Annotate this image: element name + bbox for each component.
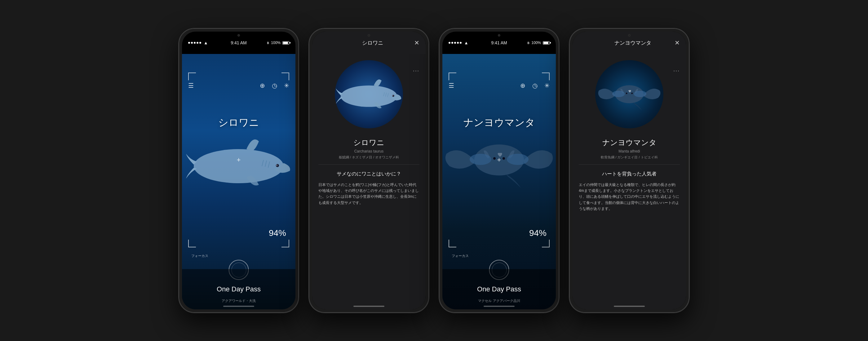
phone-4: ▲ 9:41 AM ʙ 100% ナンヨウマンタ ✕ [569, 28, 690, 313]
camera-screen-1: ☰ ⊕ ◷ ✳ シロワニ + [182, 54, 296, 309]
bluetooth-icon-1: ʙ [267, 41, 269, 45]
species-overlay-3: ナンヨウマンタ [442, 116, 556, 130]
svg-point-20 [626, 93, 627, 94]
battery-pct-3: 100% [531, 41, 541, 45]
crosshair-icon-3[interactable]: ⊕ [520, 82, 525, 89]
species-latin-4: Manta alfredi [572, 149, 686, 155]
status-time-1: 9:41 AM [222, 40, 256, 45]
menu-icon-1[interactable]: ☰ [188, 82, 194, 89]
filter-icon-1[interactable]: ✳ [284, 82, 289, 89]
detail-content-2: ... シロワニ Carcharias taurus 板鰓綱 / ネズミザメ目 … [312, 54, 426, 309]
pass-text-1: One Day Pass [188, 285, 289, 293]
camera-screen-3: ☰ ⊕ ◷ ✳ ナンヨウマンタ + [442, 54, 556, 309]
detail-title-2: シロワニ [331, 39, 414, 46]
detail-content-4: ... ナンヨウマンタ Manta alfredi 軟骨魚綱 / ガンギエイ目 … [572, 54, 686, 309]
species-circle-2 [335, 60, 403, 128]
percentage-badge-3: 94% [529, 228, 547, 238]
species-description-2: 日本ではサメのことを鰐(ワニ)や鱶(フカ)と呼んでいた時代や地域があり、その呼び… [312, 182, 426, 206]
more-dots-4[interactable]: ... [673, 66, 680, 73]
venue-3: マクセル アクアパーク品川 [442, 299, 556, 303]
svg-point-13 [470, 154, 491, 165]
close-button-2[interactable]: ✕ [414, 39, 420, 46]
shark-illustration-1 [184, 132, 293, 194]
svg-point-18 [612, 91, 625, 97]
battery-area-3: ʙ 100% [516, 41, 550, 45]
species-taxonomy-4: 軟骨魚綱 / ガンギエイ目 / トビエイ科 [572, 155, 686, 164]
crosshair-icon-1[interactable]: ⊕ [260, 82, 265, 89]
bottom-info-1: One Day Pass アクアワールド・大洗 [182, 269, 296, 309]
filter-icon-3[interactable]: ✳ [545, 82, 550, 89]
signal-area: ▲ [188, 40, 222, 45]
species-tagline-4: ハートを背負った人気者 [572, 169, 686, 182]
svg-point-8 [393, 95, 393, 96]
svg-point-14 [507, 154, 529, 165]
svg-point-0 [194, 149, 284, 183]
focus-label-1: フォーカス [191, 254, 208, 258]
clock-icon-1[interactable]: ◷ [272, 82, 277, 89]
svg-point-21 [631, 93, 633, 94]
clock-icon-3[interactable]: ◷ [532, 82, 537, 89]
phone-2: ▲ 9:41 AM ʙ 100% シロワニ ✕ [308, 28, 429, 313]
svg-point-6 [341, 86, 397, 107]
focus-label-3: フォーカス [452, 254, 469, 258]
battery-pct-1: 100% [271, 41, 281, 45]
bluetooth-icon-3: ʙ [527, 41, 529, 45]
more-dots-2[interactable]: ... [413, 66, 420, 73]
species-name-2: シロワニ [312, 134, 426, 149]
nav-toolbar-3: ☰ ⊕ ◷ ✳ [442, 76, 556, 95]
species-circle-4 [595, 60, 663, 128]
percentage-badge-1: 94% [269, 228, 286, 238]
wifi-icon-3: ▲ [464, 40, 468, 45]
species-overlay-1: シロワニ [182, 116, 296, 130]
detail-screen-4: ナンヨウマンタ ✕ [572, 32, 686, 309]
species-name-4: ナンヨウマンタ [572, 134, 686, 149]
detail-title-4: ナンヨウマンタ [591, 39, 675, 46]
manta-illustration-3 [442, 126, 556, 194]
venue-1: アクアワールド・大洗 [182, 299, 296, 303]
species-latin-2: Carcharias taurus [312, 149, 426, 155]
phone-1: ▲ 9:41 AM ʙ 100% [178, 28, 299, 313]
battery-area-1: ʙ 100% [255, 41, 289, 45]
phone-3: ▲ 9:41 AM ʙ 100% [439, 28, 560, 313]
svg-point-2 [276, 165, 277, 166]
phones-container: ▲ 9:41 AM ʙ 100% [178, 28, 690, 313]
nav-toolbar-1: ☰ ⊕ ◷ ✳ [182, 76, 296, 95]
menu-icon-3[interactable]: ☰ [448, 82, 454, 89]
signal-area-3: ▲ [448, 40, 483, 45]
svg-point-19 [633, 91, 646, 97]
close-button-4[interactable]: ✕ [675, 39, 680, 46]
species-taxonomy-2: 板鰓綱 / ネズミザメ目 / オオワニザメ科 [312, 155, 426, 164]
bottom-info-3: One Day Pass マクセル アクアパーク品川 [442, 269, 556, 309]
pass-text-3: One Day Pass [448, 285, 550, 293]
species-description-4: エイの仲間では最大級となる種類で、ヒレの間の長さが約4mまで成長します。小さなプ… [572, 182, 686, 212]
wifi-icon: ▲ [204, 40, 208, 45]
detail-screen-2: シロワニ ✕ [312, 32, 426, 309]
status-time-3: 9:41 AM [483, 40, 516, 45]
svg-point-15 [493, 157, 496, 160]
svg-point-16 [502, 157, 505, 160]
species-tagline-2: サメなのにワニとはいかに？ [312, 169, 426, 182]
